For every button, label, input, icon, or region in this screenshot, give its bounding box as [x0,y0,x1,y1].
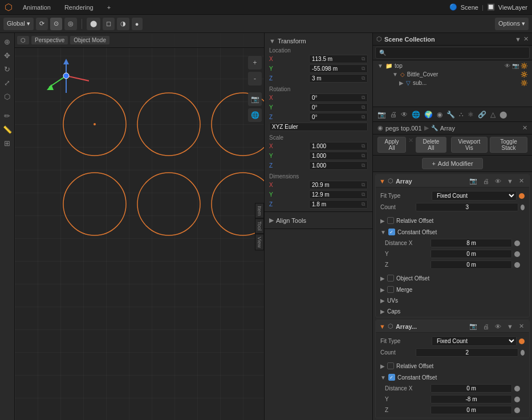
snap-btn[interactable]: ⊙ [50,18,62,30]
mod2-relative-offset-checkbox[interactable] [387,362,394,369]
prop-scene-icon[interactable]: 🌐 [411,109,421,120]
outliner-search-input[interactable] [388,48,526,57]
mod-1-render-icon-btn[interactable]: 🖨 [481,177,491,185]
dim-y-field[interactable]: 12.9 m ⧉ [309,190,368,199]
location-x-field[interactable]: 113.5 m ⧉ [309,55,368,63]
mod-1-dist-z-input[interactable] [431,260,512,269]
mod-1-uvs-header[interactable]: ▶ UVs [380,296,525,305]
mod-2-dist-z-input[interactable] [431,406,512,414]
outliner-item-top[interactable]: ▼ 📁 top 👁 📷 🔆 [373,62,532,70]
mod-2-close-icon-btn[interactable]: ✕ [517,322,526,331]
mod-1-dist-y-input[interactable] [431,250,512,258]
relative-offset-checkbox[interactable] [387,217,394,224]
mod-2-render-icon-btn[interactable]: 🖨 [481,323,491,331]
mod-1-eye-icon-btn[interactable]: 👁 [493,177,503,185]
outliner-close-icon[interactable]: ✕ [523,35,529,43]
viewport-wire-btn[interactable]: ◻ [103,18,115,30]
annotate-tool[interactable]: ✏ [1,109,14,122]
mod2-constant-offset-checkbox[interactable]: ✓ [388,374,395,381]
modifier-1-expand-icon[interactable]: ▼ [379,178,385,185]
menu-plus[interactable]: + [104,3,114,12]
prop-material-icon[interactable]: ⬤ [498,109,508,120]
prop-constraints-icon[interactable]: 🔗 [477,109,488,120]
modifier-breadcrumb-close[interactable]: ✕ [522,124,527,132]
outliner-filter-icon[interactable]: ▼ [515,36,521,43]
viewport-object-mode-btn[interactable]: Object Mode [70,36,109,44]
modifier-2-expand-icon[interactable]: ▼ [379,323,385,330]
options-btn[interactable]: Options ▾ [495,18,529,30]
prop-physics-icon[interactable]: ⚛ [466,109,475,120]
orbit-btn[interactable]: 🌐 [248,108,262,122]
prop-output-icon[interactable]: 🖨 [389,109,398,120]
merge-checkbox[interactable] [387,286,394,293]
prop-object-icon[interactable]: ◉ [436,109,444,120]
mod-2-relative-offset-header[interactable]: ▶ Relative Offset [380,361,525,370]
viewport-render-btn[interactable]: ● [132,18,143,30]
mod-2-fit-type-select[interactable]: Fixed Count [432,336,517,346]
rotation-y-field[interactable]: 0° ⧉ [309,103,368,112]
scale-x-field[interactable]: 1.000 ⧉ [309,142,368,150]
mod-2-constant-offset-header[interactable]: ▼ ✓ Constant Offset [380,373,525,382]
rotation-z-field[interactable]: 0° ⧉ [309,113,368,121]
viewport-perspective-btn[interactable]: Perspective [31,36,68,44]
move-tool[interactable]: ✥ [1,49,14,62]
mod-2-more-icon-btn[interactable]: ▼ [505,323,515,331]
tab-tool[interactable]: Tool [255,218,264,234]
location-z-field[interactable]: 3 m ⧉ [309,74,368,83]
mod-1-merge-header[interactable]: ▶ Merge [380,285,525,294]
object-offset-checkbox[interactable] [387,275,394,282]
mod-1-more-icon-btn[interactable]: ▼ [505,177,515,185]
rotation-x-field[interactable]: 0° ⧉ [309,93,368,102]
mod-1-relative-offset-header[interactable]: ▶ Relative Offset [380,216,525,225]
mod-1-object-offset-header[interactable]: ▶ Object Offset [380,274,525,283]
constant-offset-checkbox[interactable]: ✓ [388,229,395,235]
mod-1-dist-x-input[interactable] [431,239,512,247]
delete-all-btn[interactable]: Delete All [416,137,446,153]
mod-2-eye-icon-btn[interactable]: 👁 [493,323,503,331]
apply-all-btn[interactable]: Apply All [377,137,406,153]
camera-btn[interactable]: 📷 [248,92,262,106]
outliner-item-cover[interactable]: ▼ ▼ ◇ Bittle_Cover 🔆 [373,70,532,79]
measure-tool[interactable]: 📏 [1,123,14,136]
dim-x-field[interactable]: 20.9 m ⧉ [309,181,368,189]
outliner-item-sub[interactable]: ▼ ▶ ▽ sub... 🔆 [373,79,532,87]
viewport-vis-btn[interactable]: Viewport Vis [451,137,488,153]
scale-z-field[interactable]: 1.000 ⧉ [309,161,368,170]
dim-z-field[interactable]: 1.8 m ⧉ [309,200,368,209]
menu-animation[interactable]: Animation [19,3,54,12]
scale-y-field[interactable]: 1.000 ⧉ [309,152,368,160]
prop-modifier-icon[interactable]: 🔧 [445,109,456,120]
prop-particles-icon[interactable]: ∴ [458,109,465,120]
location-y-field[interactable]: -55.098 m ⧉ [309,64,368,73]
global-local-btn[interactable]: Global ▾ [3,18,34,30]
viewport-material-btn[interactable]: ◑ [117,18,129,30]
rotate-tool[interactable]: ↻ [1,63,14,75]
tab-view[interactable]: View [255,234,264,250]
viewport-editor-type-btn[interactable]: ⬡ [17,36,29,44]
mod-2-cam-icon-btn[interactable]: 📷 [468,322,479,331]
mod-1-count-input[interactable] [416,203,518,211]
mod-2-count-input[interactable] [416,348,518,357]
mod-1-caps-header[interactable]: ▶ Caps [380,307,525,316]
viewport-shading-btn[interactable]: ⬤ [87,18,100,30]
scale-tool[interactable]: ⤢ [1,76,14,89]
proportional-btn[interactable]: ◎ [64,18,77,30]
zoom-in-btn[interactable]: + [248,56,262,70]
prop-view-icon[interactable]: 👁 [400,109,409,120]
tab-item[interactable]: Item [255,203,264,219]
viewport[interactable]: ⬡ Perspective Object Mode [15,33,264,420]
transform-header[interactable]: ▼ Transform [265,35,372,47]
prop-world-icon[interactable]: 🌍 [423,109,434,120]
zoom-out-btn[interactable]: - [248,72,262,85]
prop-data-icon[interactable]: △ [489,109,497,120]
mod-1-constant-offset-header[interactable]: ▼ ✓ Constant Offset [380,227,525,236]
mod-1-close-icon-btn[interactable]: ✕ [517,177,526,185]
prop-render-icon[interactable]: 📷 [376,109,387,120]
mod-1-fit-type-select[interactable]: Fixed Count [432,191,517,201]
transform-btn[interactable]: ⟳ [36,18,48,30]
add-tool[interactable]: ⊞ [1,137,14,149]
mod-1-cam-icon-btn[interactable]: 📷 [468,177,479,185]
cursor-tool[interactable]: ⊕ [1,35,14,48]
rotation-mode-select[interactable]: XYZ Euler [269,123,368,131]
align-tools-header[interactable]: ▶ Align Tools [265,214,372,226]
